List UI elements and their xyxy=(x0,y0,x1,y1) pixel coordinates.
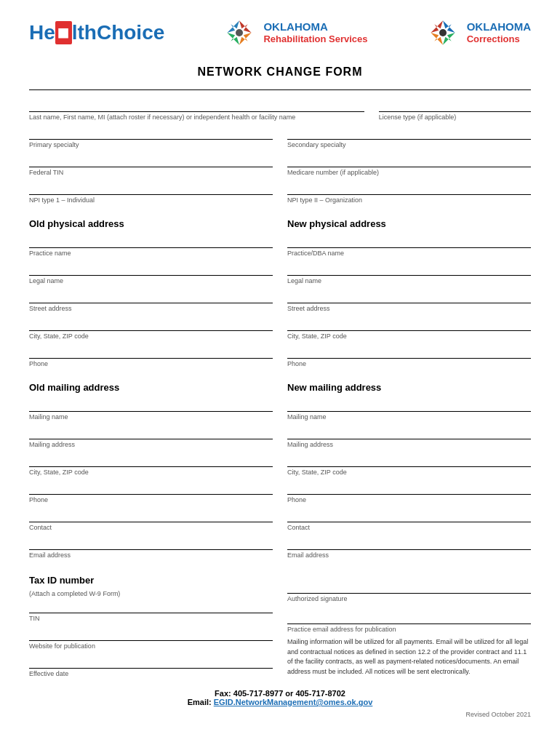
ok-corrections-logo: OKLAHOMA Corrections xyxy=(425,15,531,51)
fax-info: Fax: 405-717-8977 or 405-717-8702 Email:… xyxy=(29,689,531,706)
old-contact-input[interactable] xyxy=(29,511,273,522)
old-mailing-addr-label: Mailing address xyxy=(29,441,273,448)
authorized-signature-input[interactable] xyxy=(287,582,531,594)
old-street-label: Street address xyxy=(29,305,273,312)
name-facility-field: Last name, First name, MI (attach roster… xyxy=(29,100,364,125)
npi2-input[interactable] xyxy=(287,183,531,195)
old-street-input[interactable] xyxy=(29,292,273,303)
old-phone-input[interactable] xyxy=(29,347,273,359)
header: He■lthChoice OKLAHOMA Rehabilitation Ser… xyxy=(29,15,531,51)
new-email-field: Email address xyxy=(287,538,531,563)
primary-specialty-input[interactable] xyxy=(29,128,273,140)
federal-tin-input[interactable] xyxy=(29,156,273,167)
old-mailing-name-field: Mailing name xyxy=(29,400,273,425)
old-city-label: City, State, ZIP code xyxy=(29,332,273,340)
federal-tin-field: Federal TIN xyxy=(29,156,273,180)
old-mailing-name-input[interactable] xyxy=(29,400,273,412)
email-footer-link[interactable]: EGID.NetworkManagement@omes.ok.gov xyxy=(214,698,373,706)
new-phone-field: Phone xyxy=(287,347,531,372)
new-practice-input[interactable] xyxy=(287,236,531,248)
old-city-input[interactable] xyxy=(29,319,273,331)
npi2-label: NPI type II – Organization xyxy=(287,196,531,204)
old-mailing-addr-input[interactable] xyxy=(29,428,273,439)
website-label: Website for publication xyxy=(29,642,273,650)
old-phone-label: Phone xyxy=(29,360,273,367)
npi2-field: NPI type II – Organization xyxy=(287,183,531,208)
authorized-signature-label: Authorized signature xyxy=(287,595,531,602)
old-mailing-name-label: Mailing name xyxy=(29,413,273,421)
old-mailing-city-label: City, State, ZIP code xyxy=(29,469,273,476)
new-mailing-addr-input[interactable] xyxy=(287,428,531,439)
new-mailing-city-input[interactable] xyxy=(287,455,531,467)
old-mailing-phone-input[interactable] xyxy=(29,483,273,495)
new-city-label: City, State, ZIP code xyxy=(287,332,531,340)
practice-email-input[interactable] xyxy=(287,613,531,624)
new-legal-input[interactable] xyxy=(287,264,531,276)
ok-rehab-dept: Rehabilitation Services xyxy=(263,33,367,46)
new-phone-input[interactable] xyxy=(287,347,531,359)
old-email-input[interactable] xyxy=(29,538,273,550)
new-mailing-name-input[interactable] xyxy=(287,400,531,412)
effective-date-label: Effective date xyxy=(29,670,273,677)
new-mailing-heading: New mailing address xyxy=(287,382,531,393)
old-legal-label: Legal name xyxy=(29,277,273,284)
new-physical-heading: New physical address xyxy=(287,218,531,229)
old-legal-input[interactable] xyxy=(29,264,273,276)
new-city-input[interactable] xyxy=(287,319,531,331)
medicare-label: Medicare number (if applicable) xyxy=(287,169,531,176)
new-practice-label: Practice/DBA name xyxy=(287,250,531,257)
new-mailing-addr-field: Mailing address xyxy=(287,428,531,453)
new-email-input[interactable] xyxy=(287,538,531,550)
name-facility-input[interactable] xyxy=(29,100,364,112)
new-mailing-phone-label: Phone xyxy=(287,496,531,503)
old-phone-field: Phone xyxy=(29,347,273,372)
new-street-label: Street address xyxy=(287,305,531,312)
tin-label: TIN xyxy=(29,615,273,622)
healthchoice-logo: He■lthChoice xyxy=(29,21,164,44)
old-contact-label: Contact xyxy=(29,524,273,531)
name-facility-label: Last name, First name, MI (attach roster… xyxy=(29,113,364,121)
tax-section: Tax ID number (Attach a completed W-9 Fo… xyxy=(29,567,273,682)
medicare-input[interactable] xyxy=(287,156,531,167)
npi1-field: NPI type 1 – Individual xyxy=(29,183,273,208)
new-phone-label: Phone xyxy=(287,360,531,367)
new-mailing-name-label: Mailing name xyxy=(287,413,531,421)
new-street-input[interactable] xyxy=(287,292,531,303)
effective-date-input[interactable] xyxy=(29,657,273,669)
ok-rehab-logo: OKLAHOMA Rehabilitation Services xyxy=(221,15,367,51)
old-physical-heading: Old physical address xyxy=(29,218,273,229)
old-practice-input[interactable] xyxy=(29,236,273,248)
secondary-specialty-input[interactable] xyxy=(287,128,531,140)
ok-rehab-state: OKLAHOMA xyxy=(263,20,367,34)
ok-corr-dept: Corrections xyxy=(467,33,531,46)
primary-specialty-field: Primary specialty xyxy=(29,128,273,153)
old-mailing-addr-field: Mailing address xyxy=(29,428,273,453)
old-mailing-phone-field: Phone xyxy=(29,483,273,508)
old-practice-field: Practice name xyxy=(29,236,273,261)
old-city-field: City, State, ZIP code xyxy=(29,319,273,344)
new-mailing-phone-input[interactable] xyxy=(287,483,531,495)
email-footer-label: Email: xyxy=(188,698,212,706)
website-input[interactable] xyxy=(29,629,273,641)
ok-corr-state: OKLAHOMA xyxy=(467,20,531,34)
revised-label: Revised October 2021 xyxy=(29,711,531,718)
practice-email-label: Practice email address for publication xyxy=(287,626,531,633)
fax-number: Fax: 405-717-8977 or 405-717-8702 xyxy=(215,689,345,698)
old-legal-field: Legal name xyxy=(29,264,273,289)
new-practice-field: Practice/DBA name xyxy=(287,236,531,261)
old-contact-field: Contact xyxy=(29,511,273,535)
tax-id-heading: Tax ID number xyxy=(29,575,273,586)
medicare-field: Medicare number (if applicable) xyxy=(287,156,531,180)
new-email-label: Email address xyxy=(287,551,531,559)
npi1-input[interactable] xyxy=(29,183,273,195)
tin-input[interactable] xyxy=(29,602,273,613)
new-mailing-city-label: City, State, ZIP code xyxy=(287,469,531,476)
npi1-label: NPI type 1 – Individual xyxy=(29,196,273,204)
new-contact-input[interactable] xyxy=(287,511,531,522)
old-mailing-city-input[interactable] xyxy=(29,455,273,467)
primary-specialty-label: Primary specialty xyxy=(29,141,273,148)
license-type-label: License type (if applicable) xyxy=(379,113,531,121)
old-email-label: Email address xyxy=(29,551,273,559)
old-mailing-heading: Old mailing address xyxy=(29,382,273,393)
license-type-input[interactable] xyxy=(379,100,531,112)
